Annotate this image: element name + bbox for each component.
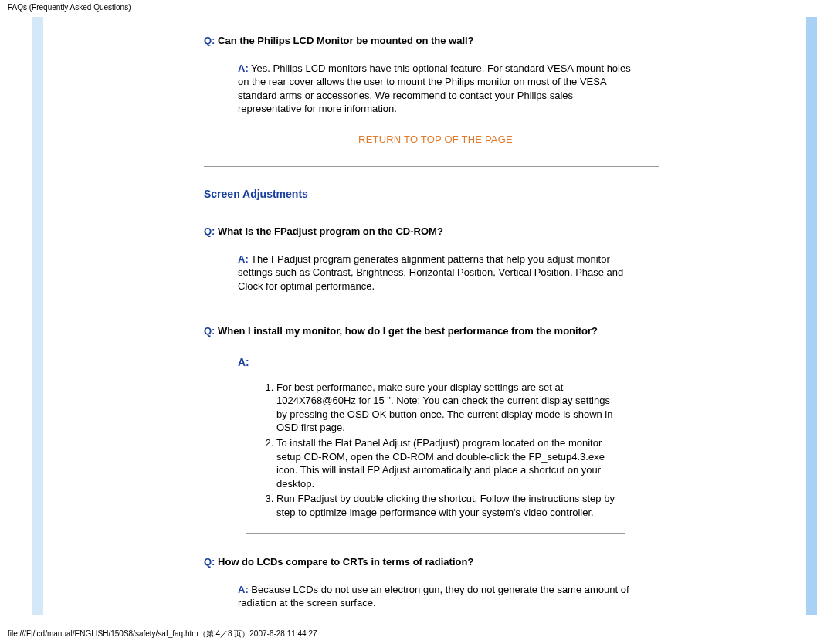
right-rail [806, 17, 817, 615]
q-label: Q: [204, 225, 215, 237]
page-header-title: FAQs (Frequently Asked Questions) [8, 3, 131, 12]
a-label: A: [238, 63, 249, 74]
q-text: What is the FPadjust program on the CD-R… [215, 225, 442, 237]
q-label: Q: [204, 35, 215, 46]
step-item: Run FPadjust by double clicking the shor… [276, 492, 621, 519]
faq-best-performance-question: Q: When I install my monitor, how do I g… [204, 324, 667, 338]
q-text: Can the Philips LCD Monitor be mounted o… [215, 35, 473, 46]
left-rail [32, 17, 43, 615]
faq-wall-mount-question: Q: Can the Philips LCD Monitor be mounte… [204, 34, 667, 48]
faq-page: FAQs (Frequently Asked Questions) Q: Can… [0, 0, 834, 644]
divider [246, 307, 625, 307]
divider [204, 166, 659, 167]
page-footer-path: file:///F|/lcd/manual/ENGLISH/150S8/safe… [8, 629, 317, 639]
a-text: Because LCDs do not use an electron gun,… [238, 584, 629, 609]
main-content: Q: Can the Philips LCD Monitor be mounte… [204, 23, 667, 610]
q-label: Q: [204, 325, 215, 337]
faq-best-performance-steps: For best performance, make sure your dis… [258, 381, 621, 519]
faq-fpadjust-answer: A: The FPadjust program generates alignm… [238, 253, 632, 293]
a-label: A: [238, 253, 249, 265]
section-screen-adjustments: Screen Adjustments [204, 187, 667, 202]
a-text: Yes. Philips LCD monitors have this opti… [238, 63, 631, 115]
return-to-top-row: RETURN TO TOP OF THE PAGE [204, 133, 667, 147]
step-item: To install the Flat Panel Adjust (FPadju… [276, 436, 621, 490]
a-text: The FPadjust program generates alignment… [238, 253, 623, 292]
q-text: How do LCDs compare to CRTs in terms of … [215, 556, 473, 568]
q-label: Q: [204, 556, 215, 568]
a-label: A: [238, 584, 249, 595]
divider [246, 533, 625, 534]
return-to-top-link[interactable]: RETURN TO TOP OF THE PAGE [358, 134, 513, 145]
faq-radiation-answer: A: Because LCDs do not use an electron g… [238, 583, 632, 610]
faq-wall-mount-answer: A: Yes. Philips LCD monitors have this o… [238, 62, 632, 116]
faq-best-performance-a-label: A: [238, 355, 667, 370]
faq-fpadjust-question: Q: What is the FPadjust program on the C… [204, 225, 667, 239]
q-text: When I install my monitor, how do I get … [215, 325, 597, 337]
faq-radiation-question: Q: How do LCDs compare to CRTs in terms … [204, 555, 667, 569]
step-item: For best performance, make sure your dis… [276, 381, 621, 435]
